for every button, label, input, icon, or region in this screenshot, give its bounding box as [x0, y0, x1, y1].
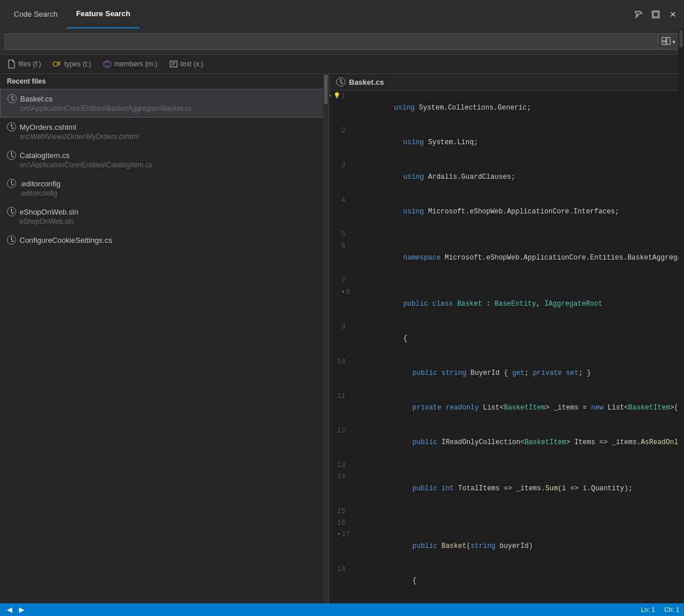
list-item[interactable]: Basket.cs src\ApplicationCore\Entities\B… — [0, 89, 329, 118]
code-panel: Basket.cs ▾ 💡 1 using System.Collections… — [329, 74, 684, 603]
code-line: 5 — [329, 229, 684, 241]
file-icon — [7, 59, 16, 69]
filter-tab-types[interactable]: types (t:) — [50, 58, 93, 70]
filter-tab-files[interactable]: files (f:) — [5, 58, 43, 70]
file-path: .editorconfig — [7, 189, 322, 197]
collapse-icon[interactable]: ▾ — [341, 287, 345, 298]
close-icon[interactable]: ✕ — [667, 8, 679, 21]
code-file-name: Basket.cs — [349, 78, 384, 87]
code-line: 15 — [329, 506, 684, 517]
code-file-header: Basket.cs — [329, 74, 684, 91]
svg-rect-7 — [170, 61, 177, 67]
code-content: using Microsoft.eShopWeb.ApplicationCore… — [352, 194, 684, 229]
code-content: { — [352, 564, 684, 598]
line-number: 12 — [329, 425, 352, 437]
code-content: using System.Collections.Generic; — [352, 91, 684, 125]
clock-icon — [7, 207, 16, 216]
code-content: private readonly List<BasketItem> _items… — [352, 390, 684, 425]
line-number: 15 — [329, 506, 352, 517]
filter-tab-members[interactable]: members (m:) — [100, 58, 160, 70]
svg-rect-5 — [667, 37, 670, 44]
line-number: ▾ 17 — [329, 529, 352, 540]
filter-tab-members-label: members (m:) — [114, 60, 157, 68]
file-list-panel: Recent files Basket.cs src\ApplicationCo… — [0, 74, 329, 603]
code-content: public IReadOnlyCollection<BasketItem> I… — [352, 425, 684, 460]
svg-rect-3 — [662, 37, 666, 41]
line-number: 18 — [329, 564, 352, 575]
dropdown-arrow-icon: ▾ — [672, 39, 675, 45]
clock-icon — [7, 151, 16, 160]
code-line: 4 using Microsoft.eShopWeb.ApplicationCo… — [329, 194, 684, 229]
code-content: { — [352, 321, 684, 356]
file-path: src\Web\Views\Order\MyOrders.cshtml — [7, 133, 322, 141]
code-line: 2 using System.Linq; — [329, 125, 684, 160]
file-name: CatalogItem.cs — [20, 151, 70, 160]
clock-icon — [7, 235, 16, 245]
list-item[interactable]: ConfigureCookieSettings.cs — [0, 231, 329, 250]
bulb-icon[interactable]: 💡 — [333, 91, 340, 102]
list-item[interactable]: MyOrders.cshtml src\Web\Views\Order\MyOr… — [0, 118, 329, 146]
filter-tab-text-label: text (x:) — [181, 60, 204, 68]
list-item[interactable]: CatalogItem.cs src\ApplicationCore\Entit… — [0, 146, 329, 174]
code-content: public int TotalItems => _items.Sum(i =>… — [352, 471, 684, 506]
file-name: eShopOnWeb.sln — [20, 208, 78, 216]
code-line: ▾ 💡 1 using System.Collections.Generic; — [329, 91, 684, 125]
search-dropdown-button[interactable]: ▾ — [658, 33, 679, 50]
line-number: 3 — [329, 160, 352, 171]
filter-tabs: files (f:) types (t:) members (m:) text … — [0, 55, 684, 74]
code-line: ▾ 17 public Basket(string buyerId) — [329, 529, 684, 564]
search-bar-area: ▾ — [0, 29, 684, 55]
left-panel-scrollbar[interactable] — [323, 74, 329, 603]
status-bar: ◀ ▶ Ln: 1 Ch: 1 — [0, 603, 684, 616]
filter-tab-text[interactable]: text (x:) — [167, 58, 206, 70]
file-name: Basket.cs — [20, 95, 52, 103]
title-bar: Code Search Feature Search ✕ — [0, 0, 684, 29]
line-number: ▾ 8 — [329, 287, 352, 298]
status-ch: Ch: 1 — [664, 606, 679, 613]
filter-tab-types-label: types (t:) — [64, 60, 91, 68]
line-number: 4 — [329, 194, 352, 206]
layout-icon — [662, 37, 671, 47]
line-number: 5 — [329, 229, 352, 241]
pin-icon[interactable] — [632, 8, 645, 21]
list-item[interactable]: eShopOnWeb.sln eShopOnWeb.sln — [0, 202, 329, 231]
prev-arrow[interactable]: ◀ — [5, 604, 14, 615]
line-number: 16 — [329, 517, 352, 529]
clock-icon — [7, 122, 16, 132]
line-number: 6 — [329, 241, 352, 252]
code-line: 12 public IReadOnlyCollection<BasketItem… — [329, 425, 684, 460]
file-path: src\ApplicationCore\Entities\BasketAggre… — [7, 104, 321, 112]
code-line: 6 namespace Microsoft.eShopWeb.Applicati… — [329, 241, 684, 275]
tab-code-search[interactable]: Code Search — [5, 0, 67, 28]
next-arrow[interactable]: ▶ — [17, 604, 27, 615]
recent-files-title: Recent files — [0, 74, 329, 89]
code-line: ▾ 8 public class Basket : BaseEntity, IA… — [329, 287, 684, 321]
clock-icon — [7, 94, 17, 103]
file-name: .editorconfig — [20, 179, 61, 188]
file-path: eShopOnWeb.sln — [7, 217, 322, 226]
code-area[interactable]: ▾ 💡 1 using System.Collections.Generic; … — [329, 91, 684, 603]
code-scrollbar[interactable] — [678, 74, 684, 603]
search-input[interactable] — [5, 33, 658, 50]
file-name: ConfigureCookieSettings.cs — [20, 236, 112, 245]
line-number: 10 — [329, 356, 352, 367]
clock-icon — [336, 77, 345, 87]
line-number: 2 — [329, 125, 352, 137]
line-number: 7 — [329, 275, 352, 287]
cube-icon — [103, 59, 112, 69]
scrollbar-thumb[interactable] — [324, 75, 328, 104]
maximize-icon[interactable] — [649, 8, 662, 21]
code-line: 14 public int TotalItems => _items.Sum(i… — [329, 471, 684, 506]
list-item[interactable]: .editorconfig .editorconfig — [0, 174, 329, 202]
collapse-icon[interactable]: ▾ — [337, 529, 341, 540]
nav-arrows: ◀ ▶ — [5, 604, 27, 615]
file-name: MyOrders.cshtml — [20, 123, 76, 132]
svg-rect-4 — [662, 42, 666, 44]
title-bar-actions: ✕ — [632, 8, 679, 21]
code-line: 16 — [329, 517, 684, 529]
code-content: namespace Microsoft.eShopWeb.Application… — [352, 241, 684, 275]
tab-feature-search[interactable]: Feature Search — [67, 0, 140, 28]
code-line: 10 public string BuyerId { get; private … — [329, 356, 684, 390]
collapse-icon[interactable]: ▾ — [329, 91, 332, 102]
line-number: 14 — [329, 471, 352, 483]
